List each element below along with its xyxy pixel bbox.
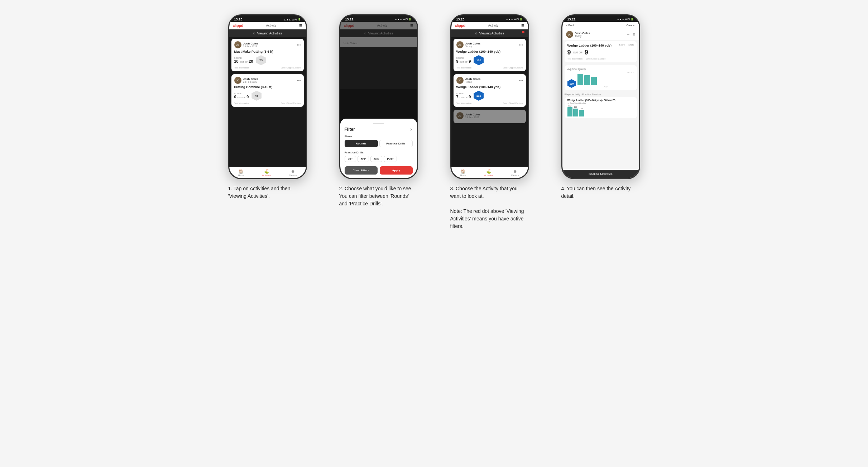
modal-close-icon[interactable]: ✕ [410,128,413,132]
bar-label-4: APP [577,86,634,88]
bottom-nav-1: 🏠 Home ⛳ Activities ⊕ Capture [229,167,306,178]
modal-title: Filter [345,127,355,132]
detail-score-row: 9 OUT OF 9 [567,49,634,56]
chart-title-4: Avg Shot Quality [567,68,634,70]
nav-home-1[interactable]: 🏠 Home [238,169,244,176]
shots-val-1-1: 20 [249,59,253,63]
home-label-1: Home [238,174,244,176]
score-shots-labels: Score Shots [619,44,634,46]
card-stats-3-2: Score 7 OUT OF 9 118 [456,91,523,101]
bar-4-1 [577,74,583,85]
dots-menu-1-2[interactable]: ••• [297,78,301,82]
quality-badge-3-2: 118 [474,91,484,101]
menu-2[interactable]: ☰ [410,24,413,28]
phone-2: 13:21 ▲▲▲ WiFi 🔋 clippd Activity ☰ ⚙ Vie… [339,14,418,179]
chip-app[interactable]: APP [358,156,369,162]
footer-left-1-2: Test Information [234,102,250,104]
filter-chips: OTT APP ARG PUTT [345,156,413,162]
bar-4-3 [591,77,597,85]
ghost-user-row: Josh Coles [340,37,417,47]
nav-capture-1[interactable]: ⊕ Capture [289,169,297,176]
card-title-3-1: Wedge Ladder (100–140 yds) [456,50,523,53]
dots-menu-3-1[interactable]: ••• [519,43,523,47]
home-icon-1: 🏠 [239,169,244,174]
user-name-3-3: Josh Coles [465,113,481,116]
apply-button[interactable]: Apply [380,166,413,175]
shots-val-3-1: 9 [469,59,471,63]
user-info-3-1: Josh Coles Today [465,42,481,48]
banner-text-3: Viewing Activities [479,32,504,35]
nav-home-3[interactable]: 🏠 Home [460,169,466,176]
edit-icon[interactable]: ✏ [627,33,630,36]
phone-screen-1: ⚙ Viewing Activities JC Josh Coles 28 Fe… [229,29,306,167]
session-card-4[interactable]: Wedge Ladder (100–140 yds) - 06 Mar 23 →… [565,97,637,118]
card-header-3-3: JC Josh Coles 28 Feb 2023 [456,112,523,119]
clear-filters-button[interactable]: Clear Filters [345,166,378,175]
big-score-4: 9 [567,49,571,56]
back-to-activities-button[interactable]: Back to Activities [562,170,639,178]
chip-arg[interactable]: ARG [370,156,383,162]
chart-container-4: Avg Shot Quality 130 100 50 0 [565,65,637,90]
user-info-3-3: Josh Coles 28 Feb 2023 [465,113,481,119]
quality-hex-4: 130 [567,79,576,88]
banner-icon-1: ⚙ [253,32,255,35]
card-footer-1-2: Test Information Data: Clippd Capture [234,102,301,104]
logo-1: clippd [233,23,243,28]
card-header-3-1: JC Josh Coles Today ••• [456,41,523,48]
notch-3 [477,15,502,21]
chip-putt[interactable]: PUTT [384,156,397,162]
card-user-3-3: JC Josh Coles 28 Feb 2023 [456,112,481,119]
capture-icon-3: ⊕ [513,169,517,174]
activities-label-1: Activities [262,174,271,176]
status-icons-2: ▲▲▲ WiFi 🔋 [395,18,412,21]
activities-icon-1: ⛳ [264,169,269,174]
viewing-banner-1[interactable]: ⚙ Viewing Activities [229,29,306,37]
tab-practice-drills[interactable]: Practice Drills [379,140,413,147]
avatar-img-1-1: JC [234,41,241,48]
detail-user-info: JC Josh Coles Today [566,31,590,38]
user-name-1-2: Josh Coles [243,77,259,81]
cancel-button[interactable]: Cancel [627,24,636,27]
score-val-1-1: 10 [234,59,239,63]
status-icons-3: ▲▲▲ WiFi 🔋 [506,18,523,21]
nav-activities-3[interactable]: ⛳ Activities [484,169,493,176]
filter-actions: Clear Filters Apply [345,166,413,175]
capture-icon-1: ⊕ [291,169,294,174]
session-label-4: Player Activity · Practice Session [565,93,637,96]
time-2: 13:21 [345,18,354,21]
back-button[interactable]: < Back [566,24,575,27]
dots-menu-3-2[interactable]: ••• [519,78,523,82]
app-header-3: clippd Activity ☰ [451,22,528,29]
menu-1[interactable]: ☰ [299,24,302,28]
activity-card-3-3[interactable]: JC Josh Coles 28 Feb 2023 [454,110,526,123]
logo-2: clippd [344,23,354,28]
phone-screen-3: ⚙ Viewing Activities JC Josh Coles [451,29,528,167]
detail-header-4: < Back Cancel [562,22,639,29]
nav-capture-3[interactable]: ⊕ Capture [511,169,519,176]
capture-label-1: Capture [289,174,297,176]
menu-3[interactable]: ☰ [521,24,524,28]
avatar-3-3: JC [456,112,464,119]
dots-menu-1-1[interactable]: ••• [297,43,301,47]
step-1-col: 13:20 ▲▲▲ WiFi 🔋 clippd Activity ☰ ⚙ Vie… [219,14,316,230]
expand-icon[interactable]: ⊞ [633,33,636,36]
activity-card-3-2[interactable]: JC Josh Coles Today ••• Wedge Ladder (10… [454,74,526,107]
time-3: 13:20 [456,18,465,21]
card-footer-3-1: Test Information Data: Clippd Capture [456,67,523,69]
nav-activities-1[interactable]: ⛳ Activities [262,169,271,176]
user-date-3-1: Today [465,45,481,48]
mini-bar-1 [567,107,572,116]
card-stats-1-1: Score 10 OUT OF 20 75 [234,55,301,65]
activity-card-1-1[interactable]: JC Josh Coles 28 Feb 2023 ••• Must Make … [231,39,304,71]
chip-ott[interactable]: OTT [345,156,356,162]
activity-card-3-1[interactable]: JC Josh Coles Today ••• Wedge Ladder (10… [454,39,526,71]
viewing-banner-3[interactable]: ⚙ Viewing Activities [451,29,528,37]
bars-container-4 [577,74,634,85]
mini-bar-3 [579,110,584,116]
activity-card-1-2[interactable]: JC Josh Coles 28 Feb 2023 ••• Putting Co… [231,74,304,107]
user-date-1-2: 28 Feb 2023 [243,81,259,83]
tab-rounds[interactable]: Rounds [345,140,378,147]
avatar-img-1-2: JC [234,77,241,84]
stat-score-1-2: Score 0 OUT OF 9 [234,92,249,99]
notch-1 [255,15,280,21]
